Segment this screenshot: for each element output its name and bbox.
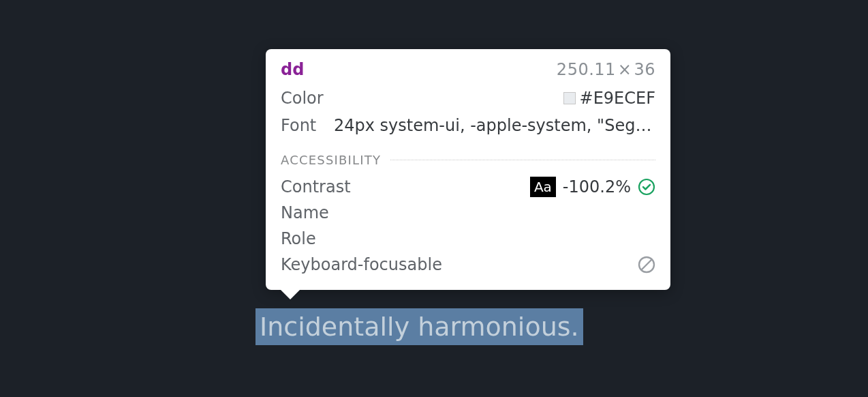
contrast-row: Contrast Aa -100.2% <box>281 174 655 200</box>
svg-point-0 <box>639 179 654 194</box>
color-hex-value: #E9ECEF <box>580 86 655 111</box>
contrast-percentage: -100.2% <box>563 174 631 200</box>
accessibility-title: Accessibility <box>281 153 381 167</box>
not-applicable-icon <box>638 256 655 274</box>
check-circle-icon <box>638 178 655 196</box>
tooltip-header: dd 250.11×36 <box>281 60 655 79</box>
role-row: Role <box>281 226 655 252</box>
element-dimensions: 250.11×36 <box>557 60 655 79</box>
color-label: Color <box>281 86 334 111</box>
color-value: #E9ECEF <box>563 86 655 111</box>
font-row: Font 24px system-ui, -apple-system, "Seg… <box>281 113 655 138</box>
contrast-label: Contrast <box>281 174 351 200</box>
font-value: 24px system-ui, -apple-system, "Segoe… <box>334 113 655 138</box>
contrast-sample-badge: Aa <box>530 177 556 197</box>
name-row: Name <box>281 200 655 226</box>
keyboard-focusable-row: Keyboard-focusable <box>281 252 655 278</box>
dimension-separator: × <box>618 60 632 79</box>
element-inspector-tooltip: dd 250.11×36 Color #E9ECEF Font 24px sys… <box>266 49 670 290</box>
font-label: Font <box>281 113 334 138</box>
contrast-value-group: Aa -100.2% <box>530 174 655 200</box>
color-row: Color #E9ECEF <box>281 86 655 111</box>
dimension-width: 250.11 <box>557 60 616 79</box>
keyboard-focusable-label: Keyboard-focusable <box>281 252 442 278</box>
svg-line-2 <box>642 260 652 270</box>
name-label: Name <box>281 200 329 226</box>
section-divider <box>390 160 655 160</box>
inspected-text-highlight: Incidentally harmonious. <box>255 308 583 345</box>
role-label: Role <box>281 226 316 252</box>
color-swatch-icon <box>563 92 576 104</box>
element-tag-name: dd <box>281 60 304 79</box>
dimension-height: 36 <box>634 60 655 79</box>
accessibility-section-header: Accessibility <box>281 153 655 167</box>
